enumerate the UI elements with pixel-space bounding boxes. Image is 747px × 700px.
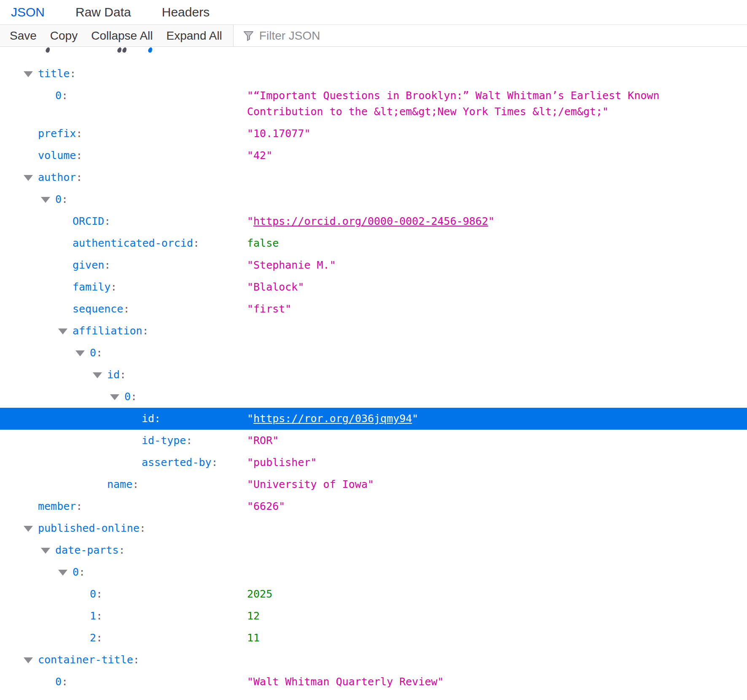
key-colon: :	[96, 588, 102, 600]
json-key-cell: ORCID:	[0, 213, 247, 229]
tab-json[interactable]: JSON	[3, 5, 52, 19]
json-key: 1	[90, 610, 96, 622]
expand-arrow-icon[interactable]	[24, 657, 33, 663]
json-row[interactable]: 2:11	[0, 627, 747, 649]
json-row[interactable]: ORCID:"https://orcid.org/0000-0002-2456-…	[0, 210, 747, 232]
json-value	[247, 345, 702, 361]
json-row[interactable]: 0:	[0, 342, 747, 364]
json-key-cell: 0:	[0, 674, 247, 690]
json-row[interactable]: 1:12	[0, 605, 747, 627]
json-key-cell: container-title:	[0, 652, 247, 668]
json-row[interactable]: affiliation:	[0, 320, 747, 342]
json-row[interactable]: published-online:	[0, 517, 747, 539]
expand-all-button[interactable]: Expand All	[160, 29, 229, 43]
json-row[interactable]: container-title:	[0, 649, 747, 671]
key-colon: :	[76, 127, 82, 140]
number-value: 2025	[247, 588, 272, 600]
json-row[interactable]: 0:2025	[0, 583, 747, 605]
expand-arrow-icon[interactable]	[58, 570, 67, 576]
json-key-cell: family:	[0, 279, 247, 295]
json-value: "ROR"	[247, 433, 702, 449]
json-row[interactable]: asserted-by:"publisher"	[0, 452, 747, 474]
key-colon: :	[70, 67, 76, 80]
save-button[interactable]: Save	[3, 29, 43, 43]
json-row[interactable]: 0:"“Important Questions in Brooklyn:” Wa…	[0, 85, 747, 123]
filter-json-box[interactable]	[234, 25, 747, 46]
clipped-text-fragment	[148, 47, 153, 53]
json-key: 0	[55, 89, 62, 102]
json-value	[247, 323, 702, 339]
json-key-cell: asserted-by:	[0, 455, 247, 471]
expand-arrow-icon[interactable]	[24, 526, 33, 532]
expand-arrow-icon[interactable]	[110, 394, 119, 400]
url-link[interactable]: https://ror.org/036jqmy94	[253, 412, 412, 425]
json-key: affiliation	[73, 325, 142, 337]
key-colon: :	[123, 303, 129, 315]
json-key-cell: member:	[0, 498, 247, 514]
json-row[interactable]: member:"6626"	[0, 495, 747, 517]
json-key: published-online	[38, 522, 140, 534]
json-key-cell: author:	[0, 170, 247, 186]
json-tree: title:0:"“Important Questions in Brookly…	[0, 47, 747, 693]
key-colon: :	[96, 347, 102, 359]
json-row[interactable]: 0:	[0, 188, 747, 210]
funnel-icon	[243, 30, 254, 41]
expand-arrow-icon[interactable]	[24, 175, 33, 181]
json-key-cell: 0:	[0, 389, 247, 405]
json-key: 0	[55, 193, 62, 205]
key-colon: :	[76, 500, 82, 512]
json-row[interactable]: family:"Blalock"	[0, 276, 747, 298]
quote: "	[412, 412, 418, 425]
copy-button[interactable]: Copy	[43, 29, 84, 43]
key-colon: :	[96, 632, 102, 644]
expand-arrow-icon[interactable]	[75, 350, 85, 356]
json-key-cell: 0:	[0, 345, 247, 361]
json-row[interactable]: id:	[0, 364, 747, 386]
json-row[interactable]: volume:"42"	[0, 145, 747, 167]
json-row[interactable]: 0:	[0, 386, 747, 408]
expand-arrow-icon[interactable]	[58, 328, 67, 334]
json-row[interactable]: 0:"Walt Whitman Quarterly Review"	[0, 671, 747, 693]
json-row[interactable]: prefix:"10.17077"	[0, 123, 747, 145]
string-value: "6626"	[247, 500, 285, 512]
json-row[interactable]: sequence:"first"	[0, 298, 747, 320]
json-row[interactable]: given:"Stephanie M."	[0, 254, 747, 276]
tab-raw-data[interactable]: Raw Data	[68, 5, 139, 19]
json-key-cell: volume:	[0, 148, 247, 164]
json-value: "https://orcid.org/0000-0002-2456-9862"	[247, 213, 702, 229]
clipped-text-fragment	[122, 47, 127, 53]
json-row[interactable]: authenticated-orcid:false	[0, 232, 747, 254]
key-colon: :	[154, 412, 161, 425]
json-row[interactable]: title:	[0, 63, 747, 85]
tab-headers[interactable]: Headers	[154, 5, 217, 19]
json-key: name	[107, 478, 132, 490]
collapse-all-button[interactable]: Collapse All	[84, 29, 159, 43]
expand-arrow-icon[interactable]	[41, 548, 50, 554]
json-row[interactable]: date-parts:	[0, 539, 747, 561]
json-key: 0	[90, 588, 96, 600]
json-key-cell: 2:	[0, 630, 247, 646]
key-colon: :	[131, 390, 137, 403]
json-key-cell: id:	[0, 367, 247, 383]
json-key: volume	[38, 149, 76, 162]
expand-arrow-icon[interactable]	[41, 197, 50, 203]
json-row[interactable]: 0:	[0, 561, 747, 583]
url-link[interactable]: https://orcid.org/0000-0002-2456-9862	[253, 215, 488, 227]
key-colon: :	[62, 89, 68, 102]
json-key-cell: authenticated-orcid:	[0, 235, 247, 251]
json-row-selected[interactable]: id:"https://ror.org/036jqmy94"	[0, 408, 747, 430]
expand-arrow-icon[interactable]	[24, 71, 33, 77]
key-colon: :	[140, 522, 146, 534]
json-row[interactable]: name:"University of Iowa"	[0, 474, 747, 495]
expand-arrow-icon[interactable]	[93, 372, 102, 378]
json-row[interactable]: author:	[0, 167, 747, 188]
json-row[interactable]: id-type:"ROR"	[0, 430, 747, 452]
quote: "	[247, 412, 253, 425]
json-key-cell: 0:	[0, 191, 247, 207]
json-key: title	[38, 67, 70, 80]
string-value: "Blalock"	[247, 281, 304, 293]
filter-json-input[interactable]	[259, 29, 747, 43]
json-value	[247, 66, 702, 82]
json-key-cell: affiliation:	[0, 323, 247, 339]
key-colon: :	[110, 281, 117, 293]
